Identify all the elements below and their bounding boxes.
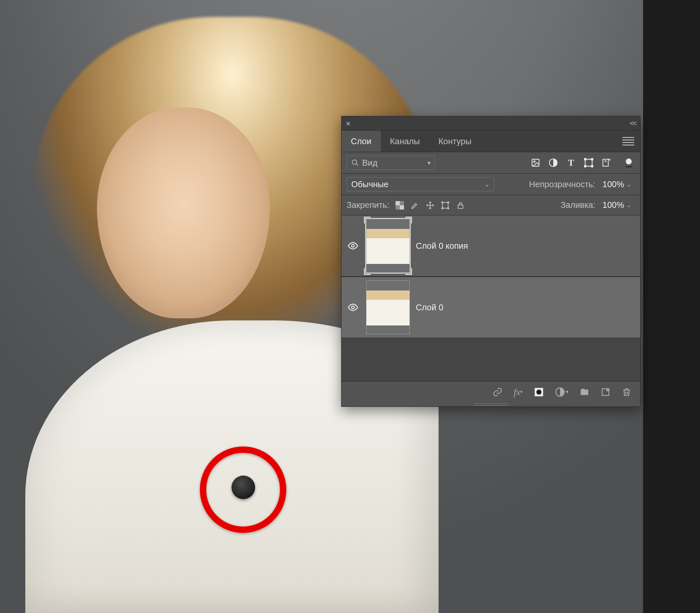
portrait-face: [97, 108, 270, 318]
svg-rect-7: [591, 159, 593, 160]
chevron-down-icon: ▾: [428, 159, 431, 166]
panel-footer: fx ▾ ▾: [342, 381, 640, 402]
blend-mode-value: Обычные: [351, 180, 388, 189]
fill-value[interactable]: 100% ⌄: [599, 199, 635, 212]
adjustment-icon[interactable]: ▾: [555, 387, 568, 397]
adjustment-filter-icon[interactable]: [548, 158, 558, 168]
panel-titlebar[interactable]: × <<: [342, 116, 640, 131]
opacity-label: Непрозрачность:: [529, 180, 595, 189]
layer-name-label[interactable]: Слой 0: [416, 303, 443, 312]
layer-row[interactable]: Слой 0: [342, 277, 640, 338]
pasteboard-dark-area: [643, 0, 700, 613]
layer-filter-row: Вид ▾ T: [342, 152, 640, 173]
lock-label: Закрепить:: [347, 200, 389, 210]
lock-position-icon[interactable]: [425, 201, 435, 210]
fill-label: Заливка:: [560, 200, 595, 210]
image-filter-icon[interactable]: [530, 158, 541, 168]
link-icon[interactable]: [493, 387, 503, 397]
fx-icon[interactable]: fx ▾: [514, 387, 523, 397]
svg-point-3: [533, 161, 535, 162]
svg-point-20: [352, 245, 355, 247]
filter-kind-dropdown[interactable]: Вид ▾: [347, 156, 435, 170]
lock-icons: [395, 201, 465, 210]
lock-pixels-icon[interactable]: [410, 201, 420, 210]
panel-resize-grip[interactable]: [342, 402, 640, 406]
svg-rect-2: [532, 159, 539, 167]
tab-channels[interactable]: Каналы: [381, 131, 429, 152]
tab-layers[interactable]: Слои: [342, 131, 381, 152]
close-icon[interactable]: ×: [346, 119, 351, 128]
filter-kind-label: Вид: [362, 158, 377, 168]
layers-panel: × << Слои Каналы Контуры Вид ▾ T: [341, 116, 641, 407]
layer-name-label[interactable]: Слой 0 копия: [416, 241, 468, 251]
svg-rect-9: [591, 165, 593, 167]
lock-all-icon[interactable]: [456, 201, 465, 210]
lock-transparency-icon[interactable]: [395, 201, 404, 210]
panel-tabs: Слои Каналы Контуры: [342, 131, 640, 152]
group-icon[interactable]: [579, 387, 590, 397]
search-icon: [351, 159, 359, 167]
lock-fill-row: Закрепить: Заливка: 100% ⌄: [342, 195, 640, 215]
blend-opacity-row: Обычные ⌄ Непрозрачность: 100% ⌄: [342, 173, 640, 195]
new-layer-icon[interactable]: [600, 387, 611, 397]
tab-paths[interactable]: Контуры: [429, 131, 481, 152]
blend-mode-dropdown[interactable]: Обычные ⌄: [347, 177, 494, 191]
mask-icon[interactable]: [534, 387, 544, 397]
blazer-button: [232, 476, 255, 499]
panel-menu-icon[interactable]: [622, 137, 634, 145]
svg-rect-10: [603, 159, 608, 167]
svg-rect-13: [400, 205, 404, 210]
opacity-value[interactable]: 100% ⌄: [599, 178, 635, 191]
lock-artboard-icon[interactable]: [441, 201, 450, 210]
svg-rect-17: [442, 207, 443, 209]
filter-icons: T: [530, 158, 611, 168]
layer-list: Слой 0 копия Слой 0: [342, 215, 640, 381]
layer-thumbnail[interactable]: [366, 280, 410, 334]
svg-rect-6: [584, 159, 586, 160]
visibility-toggle[interactable]: [346, 239, 360, 253]
svg-rect-19: [458, 205, 463, 208]
svg-rect-15: [442, 202, 443, 203]
svg-point-23: [536, 390, 541, 395]
collapse-panel-icon[interactable]: <<: [630, 120, 636, 127]
smartobject-filter-icon[interactable]: [601, 158, 611, 168]
trash-icon[interactable]: [622, 387, 632, 397]
svg-rect-12: [396, 201, 400, 205]
svg-line-1: [356, 164, 358, 166]
filter-toggle[interactable]: [622, 159, 635, 167]
svg-rect-8: [584, 165, 586, 167]
layer-row[interactable]: Слой 0 копия: [342, 215, 640, 277]
svg-rect-18: [448, 207, 449, 209]
svg-rect-16: [448, 202, 449, 203]
shape-filter-icon[interactable]: [584, 158, 594, 168]
chevron-down-icon: ⌄: [627, 181, 631, 188]
visibility-toggle[interactable]: [346, 300, 360, 315]
type-filter-icon[interactable]: T: [566, 158, 576, 168]
layer-thumbnail[interactable]: [366, 219, 410, 273]
chevron-down-icon: ⌄: [627, 202, 631, 208]
svg-point-0: [352, 160, 357, 164]
svg-point-21: [352, 306, 355, 309]
svg-rect-14: [443, 202, 448, 208]
chevron-down-icon: ⌄: [485, 181, 490, 188]
